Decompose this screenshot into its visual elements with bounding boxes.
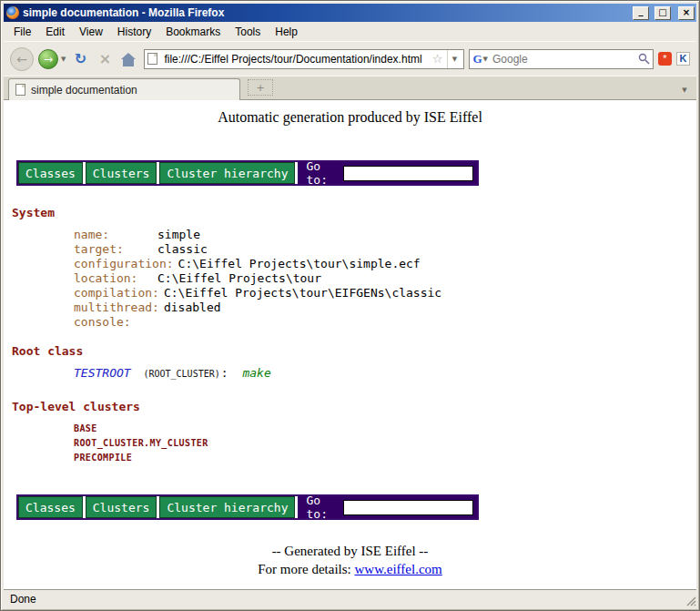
table-row: name: simple xyxy=(74,228,696,242)
menu-file[interactable]: File xyxy=(6,24,38,40)
details-prefix: For more details: xyxy=(258,562,350,576)
table-row: multithread: disabled xyxy=(74,300,696,315)
doc-navbar-bottom: Classes Clusters Cluster hierarchy Go to… xyxy=(16,494,479,520)
extension-icon-orange[interactable]: * xyxy=(658,52,672,66)
url-input[interactable] xyxy=(162,52,427,66)
creation-procedure-link[interactable]: make xyxy=(242,366,270,380)
system-table: name: simple target: classic configurati… xyxy=(74,228,696,330)
goto-input-top[interactable] xyxy=(343,166,473,181)
resize-grip[interactable] xyxy=(684,594,696,606)
goto-input-bottom[interactable] xyxy=(343,500,473,515)
goto-label-bottom: Go to: xyxy=(306,494,335,521)
row-value: classic xyxy=(157,242,208,257)
menu-bookmarks[interactable]: Bookmarks xyxy=(158,24,228,40)
home-icon[interactable] xyxy=(123,59,134,66)
cluster-link-root-cluster[interactable]: ROOT_CLUSTER.MY_CLUSTER xyxy=(74,436,696,451)
page-title: Automatic generation produced by ISE Eif… xyxy=(4,109,696,126)
urlbar-dropdown-button[interactable]: ▼ xyxy=(447,50,461,68)
details-line: For more details: www.eiffel.com xyxy=(4,562,696,577)
goto-section: Go to: xyxy=(298,162,477,184)
classes-button-bottom[interactable]: Classes xyxy=(18,496,83,518)
back-button[interactable]: ← xyxy=(10,47,34,71)
row-label: location: xyxy=(74,271,157,286)
table-row: console: xyxy=(74,315,696,330)
forward-button[interactable]: → xyxy=(38,49,58,69)
page-content: Automatic generation produced by ISE Eif… xyxy=(4,100,696,589)
root-class-heading: Root class xyxy=(12,344,696,358)
clusters-button-bottom[interactable]: Clusters xyxy=(86,496,157,518)
root-cluster-ref: (ROOT_CLUSTER) xyxy=(143,369,219,379)
table-row: compilation: C:\Eiffel Projects\tour\EIF… xyxy=(74,286,696,300)
row-label: configuration: xyxy=(74,257,178,271)
table-row: configuration: C:\Eiffel Projects\tour\s… xyxy=(74,257,696,271)
clusters-button[interactable]: Clusters xyxy=(86,162,157,184)
stop-button[interactable]: × xyxy=(95,50,115,67)
table-row: target: classic xyxy=(74,242,696,257)
menu-help[interactable]: Help xyxy=(268,24,305,40)
footer: -- Generated by ISE Eiffel -- For more d… xyxy=(4,544,696,577)
status-text: Done xyxy=(10,593,36,606)
search-icon[interactable] xyxy=(638,53,650,65)
search-input[interactable] xyxy=(491,52,635,66)
page-favicon-icon xyxy=(147,53,157,65)
search-engine-dropdown-icon[interactable]: ▼ xyxy=(483,56,488,63)
row-value: C:\Eiffel Projects\tour xyxy=(157,271,321,286)
goto-section-bottom: Go to: xyxy=(298,496,477,518)
close-button[interactable]: × xyxy=(678,6,695,20)
row-value: C:\Eiffel Projects\tour\EIFGENs\classic xyxy=(164,286,441,300)
doc-navbar-top: Classes Clusters Cluster hierarchy Go to… xyxy=(16,160,479,186)
extension-icon-k[interactable]: K xyxy=(676,52,690,66)
maximize-button[interactable]: □ xyxy=(654,6,671,20)
row-label: target: xyxy=(74,242,157,257)
root-class-line: TESTROOT (ROOT_CLUSTER): make xyxy=(74,366,696,382)
cluster-link-base[interactable]: BASE xyxy=(74,422,696,436)
tab-label: simple documentation xyxy=(31,84,137,97)
search-bar: G ▼ xyxy=(469,49,654,69)
cluster-list: BASE ROOT_CLUSTER.MY_CLUSTER PRECOMPILE xyxy=(74,422,696,465)
root-class-link[interactable]: TESTROOT xyxy=(74,366,131,380)
goto-label: Go to: xyxy=(306,159,335,187)
cluster-link-precompile[interactable]: PRECOMPILE xyxy=(74,451,696,465)
title-bar: simple documentation - Mozilla Firefox _… xyxy=(4,4,696,22)
tab-bar: simple documentation + ▼ xyxy=(4,76,696,100)
list-all-tabs-button[interactable]: ▼ xyxy=(677,87,692,94)
classes-button[interactable]: Classes xyxy=(18,162,83,184)
reload-button[interactable]: ↻ xyxy=(70,50,90,67)
status-bar: Done xyxy=(4,589,696,607)
firefox-logo-icon xyxy=(6,6,19,19)
browser-window: simple documentation - Mozilla Firefox _… xyxy=(0,0,700,611)
row-label: multithread: xyxy=(74,300,164,315)
bookmark-star-icon[interactable]: ☆ xyxy=(432,52,443,66)
row-label: compilation: xyxy=(74,286,164,300)
new-tab-button[interactable]: + xyxy=(248,79,273,96)
google-logo-icon: G xyxy=(472,52,482,66)
window-title: simple documentation - Mozilla Firefox xyxy=(23,6,627,19)
url-bar: ☆ ▼ xyxy=(144,49,464,69)
table-row: location: C:\Eiffel Projects\tour xyxy=(74,271,696,286)
menu-edit[interactable]: Edit xyxy=(38,24,72,40)
row-label: console: xyxy=(74,315,157,330)
row-value: disabled xyxy=(164,300,221,315)
minimize-button[interactable]: _ xyxy=(633,6,649,20)
colon-separator: : xyxy=(221,366,228,380)
menu-tools[interactable]: Tools xyxy=(228,24,268,40)
row-value: C:\Eiffel Projects\tour\simple.ecf xyxy=(178,257,421,271)
history-dropdown-icon[interactable]: ▼ xyxy=(61,56,66,63)
generated-by-line: -- Generated by ISE Eiffel -- xyxy=(4,544,696,559)
tab-simple-documentation[interactable]: simple documentation xyxy=(8,78,240,100)
system-heading: System xyxy=(12,206,696,219)
eiffel-website-link[interactable]: www.eiffel.com xyxy=(355,562,442,576)
navigation-toolbar: ← → ▼ ↻ × ☆ ▼ G ▼ * K xyxy=(4,41,696,76)
row-label: name: xyxy=(74,228,157,242)
menu-history[interactable]: History xyxy=(110,24,158,40)
menu-bar: File Edit View History Bookmarks Tools H… xyxy=(4,22,696,41)
cluster-hierarchy-button[interactable]: Cluster hierarchy xyxy=(159,162,295,184)
tab-favicon-icon xyxy=(15,84,25,96)
row-value: simple xyxy=(157,228,200,242)
menu-view[interactable]: View xyxy=(72,24,110,40)
top-clusters-heading: Top-level clusters xyxy=(12,400,696,413)
cluster-hierarchy-button-bottom[interactable]: Cluster hierarchy xyxy=(159,496,295,518)
